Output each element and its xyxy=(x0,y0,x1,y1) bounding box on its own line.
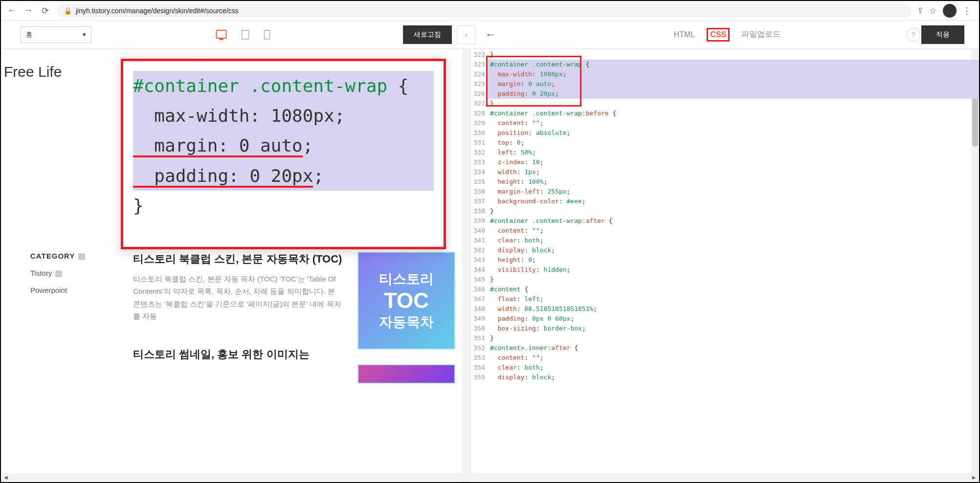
code-area[interactable]: }#container .content-wrap { max-width: 1… xyxy=(488,49,979,482)
zoom-selector: #container .content-wrap xyxy=(133,76,387,96)
code-editor[interactable]: 3223233243253263273283293303313323333343… xyxy=(470,49,979,482)
post-thumbnail[interactable] xyxy=(357,364,455,384)
back-button[interactable]: ← xyxy=(5,4,19,18)
browser-chrome: ← → ⟳ 🔒 jinyh.tistory.com/manage/design/… xyxy=(1,1,979,21)
badge-icon xyxy=(55,270,62,277)
post-title[interactable]: 티스토리 북클럽 스킨, 본문 자동목차 (TOC) xyxy=(133,252,343,267)
apply-button[interactable]: 적용 xyxy=(921,25,964,44)
post-title[interactable]: 티스토리 썸네일, 홍보 위한 이미지는 xyxy=(133,347,343,362)
device-tablet-icon[interactable] xyxy=(242,30,249,40)
help-button[interactable]: ? xyxy=(907,28,920,42)
url-text: jinyh.tistory.com/manage/design/skin/edi… xyxy=(76,7,239,15)
refresh-button[interactable]: 새로고침 xyxy=(403,25,452,44)
tab-upload[interactable]: 파일업로드 xyxy=(739,28,782,41)
preview-pane: Free Life #container .content-wrap { max… xyxy=(1,49,470,482)
lock-icon: 🔒 xyxy=(64,7,72,15)
page-select[interactable]: 홈 ▾ xyxy=(21,26,91,43)
tab-html[interactable]: HTML xyxy=(672,29,697,40)
zoom-max-width: max-width: 1080px; xyxy=(133,101,434,131)
device-mobile-icon[interactable] xyxy=(264,30,270,40)
category-item[interactable]: Powerpoint xyxy=(30,286,118,294)
horizontal-scrollbar[interactable]: ◀ ▶ xyxy=(2,473,978,481)
toolbar: 홈 ▾ 새로고침 › ← HTML CSS 파일업로드 ? 적용 xyxy=(1,21,979,49)
select-value: 홈 xyxy=(26,30,32,39)
post-thumbnail[interactable]: 티스토리 TOC 자동목차 xyxy=(357,252,455,350)
scroll-left-icon[interactable]: ◀ xyxy=(2,473,10,481)
preview-scrollbar[interactable] xyxy=(463,68,469,166)
editor-back-button[interactable]: ← xyxy=(485,28,496,41)
share-icon[interactable]: ⇪ xyxy=(917,6,923,15)
category-heading: CATEGORY xyxy=(30,252,75,260)
scroll-right-icon[interactable]: ▶ xyxy=(970,473,978,481)
menu-icon[interactable]: ⋮ xyxy=(962,5,971,16)
post-description: 티스토리 북클럽 스킨, 본문 자동 목차 (TOC) 'TOC'는 'Tabl… xyxy=(133,273,343,323)
url-bar[interactable]: 🔒 jinyh.tistory.com/manage/design/skin/e… xyxy=(58,4,911,18)
zoom-close-brace: } xyxy=(133,196,144,216)
category-item[interactable]: Tistory xyxy=(30,269,118,277)
category-sidebar: CATEGORY Tistory Powerpoint xyxy=(30,252,118,384)
collapse-button[interactable]: › xyxy=(457,25,475,44)
chevron-down-icon: ▾ xyxy=(83,31,86,38)
forward-button[interactable]: → xyxy=(22,4,35,18)
line-gutter: 3223233243253263273283293303313323333343… xyxy=(470,49,488,482)
tab-css[interactable]: CSS xyxy=(707,28,730,42)
star-icon[interactable]: ☆ xyxy=(929,5,937,16)
profile-avatar[interactable] xyxy=(943,4,957,18)
reload-button[interactable]: ⟳ xyxy=(38,4,52,18)
badge-icon xyxy=(78,253,85,260)
device-desktop-icon[interactable] xyxy=(216,30,227,39)
zoom-annotation: #container .content-wrap { max-width: 10… xyxy=(121,59,446,249)
